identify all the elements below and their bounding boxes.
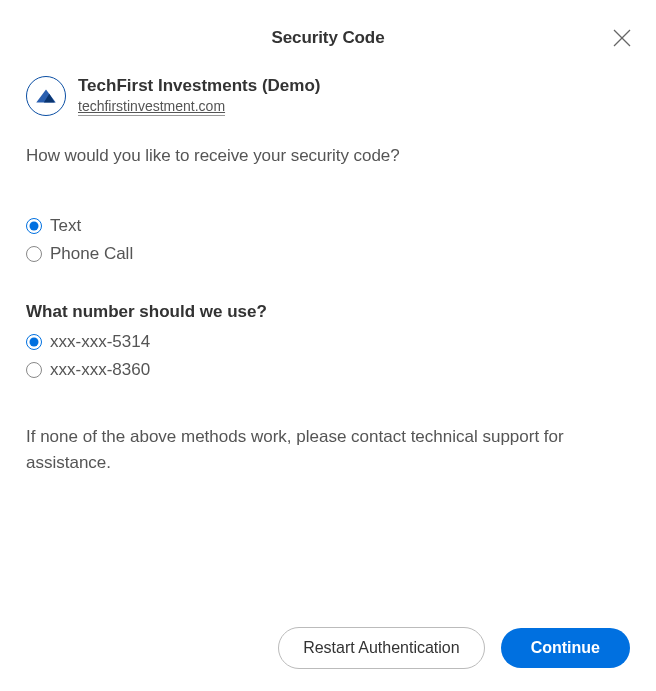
radio-option-text[interactable]: Text (26, 216, 630, 236)
organization-domain-link[interactable]: techfirstinvestment.com (78, 98, 225, 116)
organization-name: TechFirst Investments (Demo) (78, 76, 320, 96)
close-icon[interactable] (612, 28, 632, 48)
number-section-heading: What number should we use? (26, 302, 630, 322)
delivery-method-group: Text Phone Call (26, 216, 630, 264)
continue-button[interactable]: Continue (501, 628, 630, 668)
phone-number-group: xxx-xxx-5314 xxx-xxx-8360 (26, 332, 630, 380)
prompt-text: How would you like to receive your secur… (26, 146, 630, 166)
radio-option-number-2[interactable]: xxx-xxx-8360 (26, 360, 630, 380)
radio-input-number-2[interactable] (26, 362, 42, 378)
organization-logo-icon (26, 76, 66, 116)
radio-option-number-1[interactable]: xxx-xxx-5314 (26, 332, 630, 352)
dialog-footer: Restart Authentication Continue (278, 627, 630, 669)
radio-label: xxx-xxx-8360 (50, 360, 150, 380)
restart-authentication-button[interactable]: Restart Authentication (278, 627, 485, 669)
radio-label: xxx-xxx-5314 (50, 332, 150, 352)
organization-text: TechFirst Investments (Demo) techfirstin… (78, 76, 320, 116)
dialog-header: Security Code (0, 0, 656, 68)
organization-row: TechFirst Investments (Demo) techfirstin… (26, 76, 630, 116)
dialog-content: TechFirst Investments (Demo) techfirstin… (0, 68, 656, 477)
radio-label: Phone Call (50, 244, 133, 264)
radio-input-number-1[interactable] (26, 334, 42, 350)
radio-option-phone-call[interactable]: Phone Call (26, 244, 630, 264)
dialog-title: Security Code (271, 28, 384, 48)
help-text: If none of the above methods work, pleas… (26, 424, 630, 477)
radio-input-phone-call[interactable] (26, 246, 42, 262)
radio-input-text[interactable] (26, 218, 42, 234)
radio-label: Text (50, 216, 81, 236)
